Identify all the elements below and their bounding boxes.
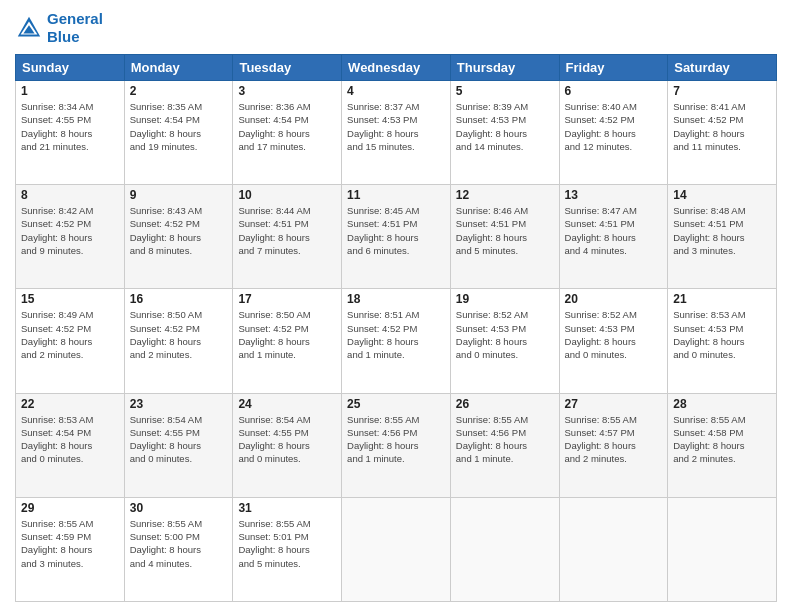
col-header-tuesday: Tuesday (233, 55, 342, 81)
day-cell-6: 6Sunrise: 8:40 AMSunset: 4:52 PMDaylight… (559, 81, 668, 185)
day-info: Sunrise: 8:51 AMSunset: 4:52 PMDaylight:… (347, 308, 445, 361)
day-number: 19 (456, 292, 554, 306)
week-row-2: 8Sunrise: 8:42 AMSunset: 4:52 PMDaylight… (16, 185, 777, 289)
day-info: Sunrise: 8:37 AMSunset: 4:53 PMDaylight:… (347, 100, 445, 153)
empty-cell (342, 497, 451, 601)
empty-cell (559, 497, 668, 601)
day-cell-10: 10Sunrise: 8:44 AMSunset: 4:51 PMDayligh… (233, 185, 342, 289)
day-number: 2 (130, 84, 228, 98)
day-cell-18: 18Sunrise: 8:51 AMSunset: 4:52 PMDayligh… (342, 289, 451, 393)
day-number: 3 (238, 84, 336, 98)
day-number: 28 (673, 397, 771, 411)
day-info: Sunrise: 8:53 AMSunset: 4:54 PMDaylight:… (21, 413, 119, 466)
day-number: 7 (673, 84, 771, 98)
day-cell-2: 2Sunrise: 8:35 AMSunset: 4:54 PMDaylight… (124, 81, 233, 185)
col-header-thursday: Thursday (450, 55, 559, 81)
logo-text: General Blue (47, 10, 103, 46)
day-cell-19: 19Sunrise: 8:52 AMSunset: 4:53 PMDayligh… (450, 289, 559, 393)
col-header-sunday: Sunday (16, 55, 125, 81)
day-info: Sunrise: 8:55 AMSunset: 5:00 PMDaylight:… (130, 517, 228, 570)
day-cell-30: 30Sunrise: 8:55 AMSunset: 5:00 PMDayligh… (124, 497, 233, 601)
empty-cell (450, 497, 559, 601)
day-info: Sunrise: 8:44 AMSunset: 4:51 PMDaylight:… (238, 204, 336, 257)
page: General Blue SundayMondayTuesdayWednesda… (0, 0, 792, 612)
day-info: Sunrise: 8:47 AMSunset: 4:51 PMDaylight:… (565, 204, 663, 257)
week-row-4: 22Sunrise: 8:53 AMSunset: 4:54 PMDayligh… (16, 393, 777, 497)
day-info: Sunrise: 8:43 AMSunset: 4:52 PMDaylight:… (130, 204, 228, 257)
day-info: Sunrise: 8:54 AMSunset: 4:55 PMDaylight:… (238, 413, 336, 466)
day-cell-12: 12Sunrise: 8:46 AMSunset: 4:51 PMDayligh… (450, 185, 559, 289)
day-number: 12 (456, 188, 554, 202)
day-info: Sunrise: 8:55 AMSunset: 5:01 PMDaylight:… (238, 517, 336, 570)
day-cell-25: 25Sunrise: 8:55 AMSunset: 4:56 PMDayligh… (342, 393, 451, 497)
day-cell-1: 1Sunrise: 8:34 AMSunset: 4:55 PMDaylight… (16, 81, 125, 185)
logo-icon (15, 14, 43, 42)
day-info: Sunrise: 8:36 AMSunset: 4:54 PMDaylight:… (238, 100, 336, 153)
day-number: 21 (673, 292, 771, 306)
day-number: 14 (673, 188, 771, 202)
day-number: 18 (347, 292, 445, 306)
header-row: SundayMondayTuesdayWednesdayThursdayFrid… (16, 55, 777, 81)
day-cell-4: 4Sunrise: 8:37 AMSunset: 4:53 PMDaylight… (342, 81, 451, 185)
day-number: 23 (130, 397, 228, 411)
day-cell-20: 20Sunrise: 8:52 AMSunset: 4:53 PMDayligh… (559, 289, 668, 393)
day-info: Sunrise: 8:55 AMSunset: 4:57 PMDaylight:… (565, 413, 663, 466)
day-number: 11 (347, 188, 445, 202)
day-cell-13: 13Sunrise: 8:47 AMSunset: 4:51 PMDayligh… (559, 185, 668, 289)
day-cell-9: 9Sunrise: 8:43 AMSunset: 4:52 PMDaylight… (124, 185, 233, 289)
day-number: 31 (238, 501, 336, 515)
day-number: 25 (347, 397, 445, 411)
day-info: Sunrise: 8:45 AMSunset: 4:51 PMDaylight:… (347, 204, 445, 257)
day-number: 16 (130, 292, 228, 306)
week-row-5: 29Sunrise: 8:55 AMSunset: 4:59 PMDayligh… (16, 497, 777, 601)
day-number: 27 (565, 397, 663, 411)
day-cell-22: 22Sunrise: 8:53 AMSunset: 4:54 PMDayligh… (16, 393, 125, 497)
day-info: Sunrise: 8:39 AMSunset: 4:53 PMDaylight:… (456, 100, 554, 153)
week-row-1: 1Sunrise: 8:34 AMSunset: 4:55 PMDaylight… (16, 81, 777, 185)
col-header-friday: Friday (559, 55, 668, 81)
day-cell-21: 21Sunrise: 8:53 AMSunset: 4:53 PMDayligh… (668, 289, 777, 393)
logo: General Blue (15, 10, 103, 46)
day-cell-31: 31Sunrise: 8:55 AMSunset: 5:01 PMDayligh… (233, 497, 342, 601)
day-number: 1 (21, 84, 119, 98)
day-info: Sunrise: 8:40 AMSunset: 4:52 PMDaylight:… (565, 100, 663, 153)
day-cell-11: 11Sunrise: 8:45 AMSunset: 4:51 PMDayligh… (342, 185, 451, 289)
day-number: 30 (130, 501, 228, 515)
day-info: Sunrise: 8:55 AMSunset: 4:56 PMDaylight:… (456, 413, 554, 466)
day-number: 6 (565, 84, 663, 98)
day-number: 29 (21, 501, 119, 515)
day-info: Sunrise: 8:34 AMSunset: 4:55 PMDaylight:… (21, 100, 119, 153)
col-header-wednesday: Wednesday (342, 55, 451, 81)
day-number: 8 (21, 188, 119, 202)
day-info: Sunrise: 8:48 AMSunset: 4:51 PMDaylight:… (673, 204, 771, 257)
day-info: Sunrise: 8:46 AMSunset: 4:51 PMDaylight:… (456, 204, 554, 257)
day-info: Sunrise: 8:49 AMSunset: 4:52 PMDaylight:… (21, 308, 119, 361)
day-number: 26 (456, 397, 554, 411)
day-cell-28: 28Sunrise: 8:55 AMSunset: 4:58 PMDayligh… (668, 393, 777, 497)
day-number: 20 (565, 292, 663, 306)
day-info: Sunrise: 8:35 AMSunset: 4:54 PMDaylight:… (130, 100, 228, 153)
day-number: 10 (238, 188, 336, 202)
day-info: Sunrise: 8:55 AMSunset: 4:58 PMDaylight:… (673, 413, 771, 466)
day-cell-29: 29Sunrise: 8:55 AMSunset: 4:59 PMDayligh… (16, 497, 125, 601)
calendar-table: SundayMondayTuesdayWednesdayThursdayFrid… (15, 54, 777, 602)
day-cell-3: 3Sunrise: 8:36 AMSunset: 4:54 PMDaylight… (233, 81, 342, 185)
day-number: 22 (21, 397, 119, 411)
day-info: Sunrise: 8:53 AMSunset: 4:53 PMDaylight:… (673, 308, 771, 361)
day-cell-26: 26Sunrise: 8:55 AMSunset: 4:56 PMDayligh… (450, 393, 559, 497)
day-info: Sunrise: 8:55 AMSunset: 4:56 PMDaylight:… (347, 413, 445, 466)
day-cell-23: 23Sunrise: 8:54 AMSunset: 4:55 PMDayligh… (124, 393, 233, 497)
col-header-monday: Monday (124, 55, 233, 81)
day-info: Sunrise: 8:50 AMSunset: 4:52 PMDaylight:… (130, 308, 228, 361)
header: General Blue (15, 10, 777, 46)
day-number: 5 (456, 84, 554, 98)
empty-cell (668, 497, 777, 601)
day-info: Sunrise: 8:42 AMSunset: 4:52 PMDaylight:… (21, 204, 119, 257)
day-cell-27: 27Sunrise: 8:55 AMSunset: 4:57 PMDayligh… (559, 393, 668, 497)
day-cell-14: 14Sunrise: 8:48 AMSunset: 4:51 PMDayligh… (668, 185, 777, 289)
day-info: Sunrise: 8:54 AMSunset: 4:55 PMDaylight:… (130, 413, 228, 466)
day-cell-17: 17Sunrise: 8:50 AMSunset: 4:52 PMDayligh… (233, 289, 342, 393)
day-number: 24 (238, 397, 336, 411)
day-info: Sunrise: 8:50 AMSunset: 4:52 PMDaylight:… (238, 308, 336, 361)
day-info: Sunrise: 8:55 AMSunset: 4:59 PMDaylight:… (21, 517, 119, 570)
